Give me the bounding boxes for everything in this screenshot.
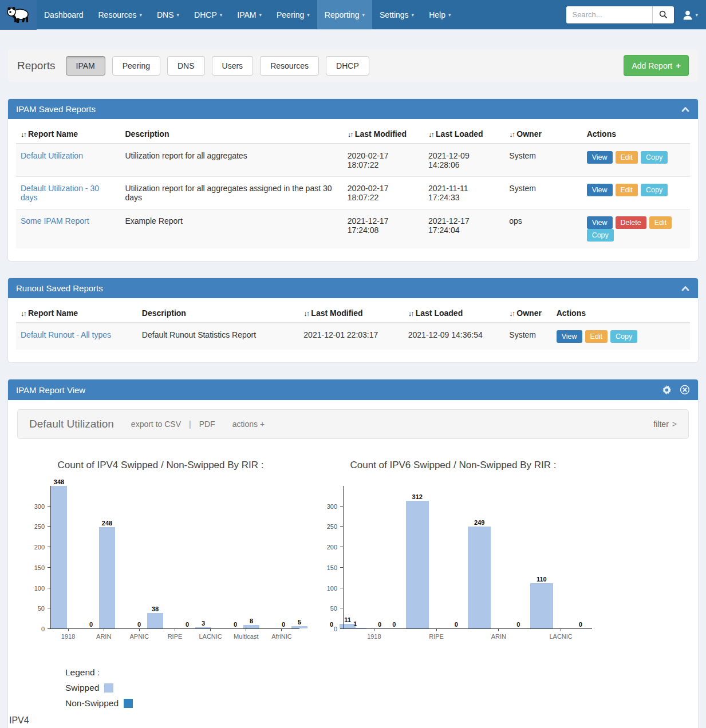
column-header-last-loaded[interactable]: ↓↑Last Loaded — [404, 303, 505, 323]
tab-ipam[interactable]: IPAM — [66, 56, 105, 76]
category-group: 2490 — [468, 486, 530, 628]
actions-menu-link[interactable]: actions + — [232, 420, 265, 429]
x-axis-labels: 1918RIPEARINLACNIC — [343, 629, 592, 640]
edit-button[interactable]: Edit — [585, 330, 608, 343]
close-panel-icon[interactable] — [680, 385, 690, 395]
filter-toggle[interactable]: filter> — [653, 420, 677, 429]
column-header-owner[interactable]: ↓↑Owner — [504, 124, 582, 144]
nav-item-label: Dashboard — [44, 10, 84, 19]
panda-icon — [6, 5, 31, 25]
copy-button[interactable]: Copy — [587, 229, 614, 242]
report-name-link[interactable]: Default Utilization - 30 days — [21, 184, 99, 202]
column-header-report-name[interactable]: ↓↑Report Name — [16, 303, 137, 323]
ipam-report-view-header: IPAM Report View — [8, 379, 698, 400]
tab-peering[interactable]: Peering — [112, 56, 160, 76]
delete-button[interactable]: Delete — [616, 216, 646, 229]
chevron-right-icon: > — [672, 420, 677, 429]
column-header-actions: Actions — [582, 124, 690, 144]
view-button[interactable]: View — [587, 184, 613, 196]
user-menu[interactable]: ▾ — [683, 10, 698, 20]
tab-users[interactable]: Users — [212, 56, 254, 76]
bar-value-label: 0 — [516, 621, 520, 628]
view-button[interactable]: View — [587, 216, 613, 229]
table-row: Some IPAM ReportExample Report2021-12-17… — [16, 209, 690, 249]
x-label-text: RIPE — [405, 633, 468, 640]
sort-icon: ↓↑ — [21, 309, 26, 318]
bar-value-label: 38 — [152, 606, 159, 612]
report-name-link[interactable]: Some IPAM Report — [21, 216, 89, 225]
panel-title: Runout Saved Reports — [16, 283, 103, 293]
gear-icon[interactable] — [662, 385, 672, 395]
sort-icon: ↓↑ — [408, 309, 413, 318]
export-csv-link[interactable]: export to CSV — [131, 420, 181, 429]
bar-cell: 0 — [569, 621, 592, 628]
tab-dhcp[interactable]: DHCP — [326, 56, 369, 76]
x-label-text: AfriNIC — [264, 633, 299, 640]
ipam-saved-reports-header: IPAM Saved Reports — [8, 99, 698, 119]
copy-button[interactable]: Copy — [610, 330, 637, 343]
column-label: Description — [142, 308, 186, 318]
cell-actions: ViewEditCopy — [582, 177, 690, 209]
collapse-chevron-icon[interactable] — [681, 106, 690, 113]
chevron-down-icon: ▾ — [139, 12, 142, 18]
nav-item-label: DNS — [157, 10, 174, 19]
nav-item-dashboard[interactable]: Dashboard — [37, 0, 91, 29]
nav-item-ipam[interactable]: IPAM▾ — [230, 0, 269, 29]
view-button[interactable]: View — [587, 151, 613, 164]
date-value: 2021-12-17 17:24:04 — [428, 216, 476, 235]
nav-item-settings[interactable]: Settings▾ — [372, 0, 421, 29]
copy-button[interactable]: Copy — [641, 151, 668, 164]
nav-item-reporting[interactable]: Reporting▾ — [317, 0, 372, 29]
user-caret-icon: ▾ — [695, 12, 698, 18]
sort-icon: ↓↑ — [21, 130, 26, 139]
nav-item-peering[interactable]: Peering▾ — [269, 0, 317, 29]
plus-icon: + — [676, 61, 681, 70]
x-label: APNIC — [121, 629, 157, 640]
edit-button[interactable]: Edit — [616, 184, 638, 196]
copy-button[interactable]: Copy — [641, 184, 668, 196]
x-tick-mark — [175, 629, 175, 631]
nav-item-dhcp[interactable]: DHCP▾ — [187, 0, 230, 29]
column-header-report-name[interactable]: ↓↑Report Name — [16, 124, 120, 144]
panda-logo[interactable] — [0, 0, 37, 30]
view-button[interactable]: View — [557, 330, 582, 343]
column-header-owner[interactable]: ↓↑Owner — [504, 303, 551, 323]
section-label-ipv4: IPV4 — [9, 715, 698, 726]
column-label: Last Loaded — [416, 308, 463, 318]
x-tick-mark — [374, 629, 374, 631]
column-label: Last Modified — [355, 129, 407, 139]
y-tick-label: 100 — [314, 585, 337, 592]
cell-modified: 2021-12-01 22:03:17 — [299, 323, 403, 350]
y-tick-label: 250 — [314, 523, 337, 530]
column-header-last-modified[interactable]: ↓↑Last Modified — [299, 303, 403, 323]
nav-item-dns[interactable]: DNS▾ — [149, 0, 187, 29]
top-navbar: DashboardResources▾DNS▾DHCP▾IPAM▾Peering… — [0, 0, 706, 30]
bar — [51, 486, 67, 628]
cell-report-name: Default Utilization — [16, 144, 120, 177]
tab-resources[interactable]: Resources — [260, 56, 319, 76]
category-group: 2480 — [99, 486, 147, 628]
collapse-chevron-icon[interactable] — [681, 285, 690, 292]
edit-button[interactable]: Edit — [616, 151, 638, 164]
search-input[interactable] — [566, 6, 652, 23]
column-header-last-modified[interactable]: ↓↑Last Modified — [343, 124, 424, 144]
bar-cell: 5 — [291, 619, 307, 628]
search-button[interactable] — [652, 6, 674, 23]
export-pdf-link[interactable]: PDF — [199, 420, 215, 429]
chevron-down-icon: ▾ — [259, 12, 262, 18]
cell-loaded: 2021-11-11 17:24:33 — [424, 177, 504, 209]
report-name-link[interactable]: Default Utilization — [21, 151, 83, 160]
x-label-text: ARIN — [86, 633, 121, 640]
y-tick-label: 50 — [314, 605, 337, 612]
column-header-last-loaded[interactable]: ↓↑Last Loaded — [424, 124, 504, 144]
nav-item-help[interactable]: Help▾ — [421, 0, 458, 29]
nav-item-resources[interactable]: Resources▾ — [91, 0, 149, 29]
edit-button[interactable]: Edit — [649, 216, 672, 229]
x-tick-mark — [561, 629, 561, 631]
add-report-button[interactable]: Add Report+ — [624, 55, 689, 76]
tab-dns[interactable]: DNS — [167, 56, 205, 76]
bar-cell: 0 — [382, 621, 405, 628]
column-label: Actions — [557, 308, 586, 318]
chevron-down-icon: ▾ — [448, 12, 451, 18]
report-name-link[interactable]: Default Runout - All types — [21, 330, 111, 339]
